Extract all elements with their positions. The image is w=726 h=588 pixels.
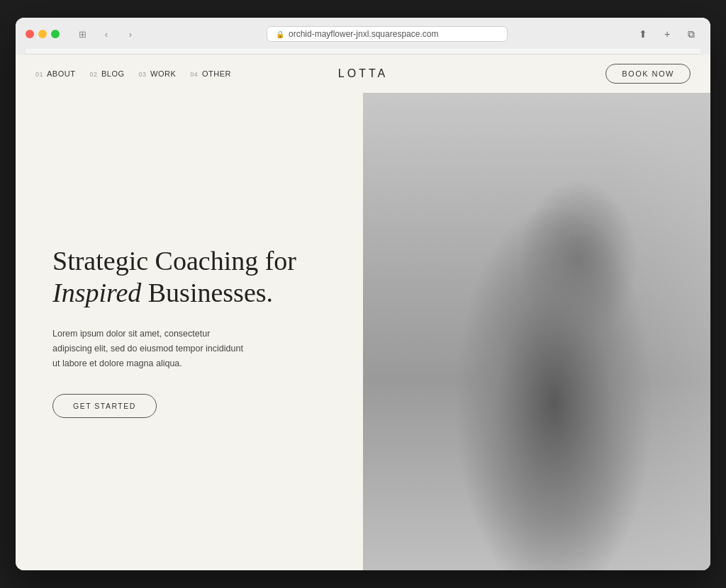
get-started-button[interactable]: GET STARTED	[52, 394, 157, 418]
sidebar-toggle-button[interactable]: ⊞	[72, 27, 92, 41]
share-button[interactable]: ⬆	[634, 25, 652, 43]
browser-chrome: ⊞ ‹ › 🔒 orchid-mayflower-jnxl.squarespac…	[16, 18, 710, 55]
hero-photo	[363, 93, 710, 570]
address-bar-container: 🔒 orchid-mayflower-jnxl.squarespace.com	[147, 26, 627, 42]
hero-heading-line2: Businesses.	[141, 278, 273, 307]
browser-window: ⊞ ‹ › 🔒 orchid-mayflower-jnxl.squarespac…	[16, 18, 710, 570]
nav-number-blog: 02	[89, 71, 97, 78]
maximize-button[interactable]	[51, 30, 60, 38]
traffic-lights	[26, 30, 60, 38]
url-text: orchid-mayflower-jnxl.squarespace.com	[289, 29, 438, 39]
browser-top-bar: ⊞ ‹ › 🔒 orchid-mayflower-jnxl.squarespac…	[26, 25, 700, 43]
hero-left-panel: Strategic Coaching for Inspired Business…	[16, 93, 363, 570]
minimize-button[interactable]	[38, 30, 47, 38]
hero-heading-italic: Inspired	[52, 278, 141, 307]
nav-item-other[interactable]: 04 OTHER	[190, 69, 231, 78]
hero-subtext: Lorem ipsum dolor sit amet, consectetur …	[52, 327, 251, 372]
nav-number-about: 01	[35, 71, 43, 78]
book-now-button[interactable]: BOOK NOW	[605, 64, 691, 84]
close-button[interactable]	[26, 30, 34, 38]
nav-left: 01 ABOUT 02 BLOG 03 WORK 04 OTHER	[35, 69, 231, 78]
nav-number-work: 03	[139, 71, 147, 78]
site-logo[interactable]: LOTTA	[338, 67, 388, 80]
forward-button[interactable]: ›	[121, 27, 140, 41]
nav-right: BOOK NOW	[605, 64, 691, 84]
address-bar[interactable]: 🔒 orchid-mayflower-jnxl.squarespace.com	[267, 26, 508, 42]
lock-icon: 🔒	[276, 30, 284, 38]
nav-item-about[interactable]: 01 ABOUT	[35, 69, 75, 78]
hero-right-panel	[363, 93, 710, 570]
hero-heading-line1: Strategic Coaching for	[52, 246, 296, 276]
browser-controls: ⊞ ‹ ›	[72, 27, 140, 41]
nav-item-work[interactable]: 03 WORK	[139, 69, 177, 78]
site-nav: 01 ABOUT 02 BLOG 03 WORK 04 OTHER LOTTA	[16, 55, 710, 93]
back-button[interactable]: ‹	[96, 27, 116, 41]
hero-section: Strategic Coaching for Inspired Business…	[16, 93, 710, 570]
new-tab-button[interactable]: +	[658, 25, 676, 43]
browser-tab-bar	[26, 49, 700, 55]
nav-item-blog[interactable]: 02 BLOG	[89, 69, 124, 78]
nav-number-other: 04	[190, 71, 198, 78]
hero-heading: Strategic Coaching for Inspired Business…	[52, 245, 326, 310]
tabs-button[interactable]: ⧉	[682, 25, 700, 43]
browser-actions: ⬆ + ⧉	[634, 25, 700, 43]
website: 01 ABOUT 02 BLOG 03 WORK 04 OTHER LOTTA	[16, 55, 710, 570]
